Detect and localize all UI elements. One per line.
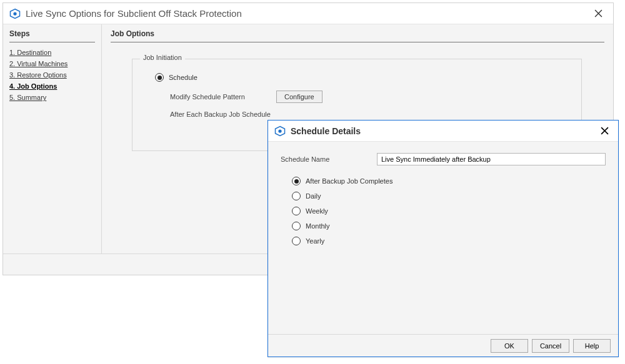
radio-yearly-label: Yearly bbox=[306, 237, 324, 245]
schedule-details-dialog: Schedule Details Schedule Name After Bac… bbox=[268, 120, 619, 357]
dialog-title: Schedule Details bbox=[291, 126, 597, 136]
configure-button[interactable]: Configure bbox=[276, 91, 322, 103]
section-heading: Job Options bbox=[111, 29, 604, 42]
steps-panel: Steps 1. Destination 2. Virtual Machines… bbox=[3, 24, 102, 253]
step-restore-options[interactable]: 3. Restore Options bbox=[9, 71, 95, 79]
step-destination[interactable]: 1. Destination bbox=[9, 49, 95, 56]
dialog-footer: OK Cancel Help bbox=[268, 334, 618, 357]
cancel-button[interactable]: Cancel bbox=[532, 339, 569, 353]
svg-point-1 bbox=[13, 12, 16, 15]
radio-monthly-label: Monthly bbox=[306, 222, 330, 230]
radio-daily-label: Daily bbox=[306, 192, 321, 200]
main-titlebar: Live Sync Options for Subclient Off Stac… bbox=[3, 3, 613, 24]
close-icon[interactable] bbox=[597, 124, 612, 139]
radio-unselected-icon bbox=[292, 222, 301, 230]
help-button[interactable]: Help bbox=[573, 339, 611, 353]
schedule-radio-label: Schedule bbox=[169, 74, 198, 81]
radio-unselected-icon bbox=[292, 192, 301, 200]
schedule-type-radio-list: After Backup Job Completes Daily Weekly … bbox=[292, 177, 606, 245]
radio-weekly-label: Weekly bbox=[306, 207, 328, 215]
schedule-name-input[interactable] bbox=[377, 153, 606, 165]
main-window-title: Live Sync Options for Subclient Off Stac… bbox=[26, 8, 589, 19]
schedule-name-row: Schedule Name bbox=[281, 153, 606, 165]
radio-weekly[interactable]: Weekly bbox=[292, 207, 606, 215]
app-logo-icon bbox=[9, 8, 21, 19]
step-summary[interactable]: 5. Summary bbox=[9, 94, 95, 101]
schedule-radio[interactable]: Schedule bbox=[155, 73, 562, 82]
app-logo-icon bbox=[274, 125, 286, 137]
modify-schedule-row: Modify Schedule Pattern Configure bbox=[170, 91, 562, 103]
radio-selected-icon bbox=[155, 73, 164, 82]
dialog-body: Schedule Name After Backup Job Completes… bbox=[268, 142, 618, 334]
close-icon[interactable] bbox=[589, 5, 607, 22]
radio-unselected-icon bbox=[292, 237, 301, 245]
radio-unselected-icon bbox=[292, 207, 301, 215]
dialog-titlebar: Schedule Details bbox=[268, 121, 618, 142]
ok-button[interactable]: OK bbox=[491, 339, 528, 353]
step-job-options[interactable]: 4. Job Options bbox=[9, 82, 95, 90]
radio-selected-icon bbox=[292, 177, 301, 185]
step-virtual-machines[interactable]: 2. Virtual Machines bbox=[9, 60, 95, 67]
radio-after-backup-label: After Backup Job Completes bbox=[306, 177, 392, 185]
radio-yearly[interactable]: Yearly bbox=[292, 237, 606, 245]
after-backup-label: After Each Backup Job Schedule bbox=[170, 111, 276, 118]
modify-schedule-label: Modify Schedule Pattern bbox=[170, 93, 276, 101]
steps-heading: Steps bbox=[9, 29, 95, 42]
group-legend: Job Initiation bbox=[140, 54, 185, 61]
radio-daily[interactable]: Daily bbox=[292, 192, 606, 200]
svg-point-5 bbox=[278, 129, 281, 132]
steps-list: 1. Destination 2. Virtual Machines 3. Re… bbox=[9, 49, 95, 101]
radio-monthly[interactable]: Monthly bbox=[292, 222, 606, 230]
schedule-detail-rows: Modify Schedule Pattern Configure After … bbox=[170, 91, 562, 118]
radio-after-backup[interactable]: After Backup Job Completes bbox=[292, 177, 606, 185]
schedule-name-label: Schedule Name bbox=[281, 155, 377, 163]
after-backup-row: After Each Backup Job Schedule bbox=[170, 111, 562, 118]
